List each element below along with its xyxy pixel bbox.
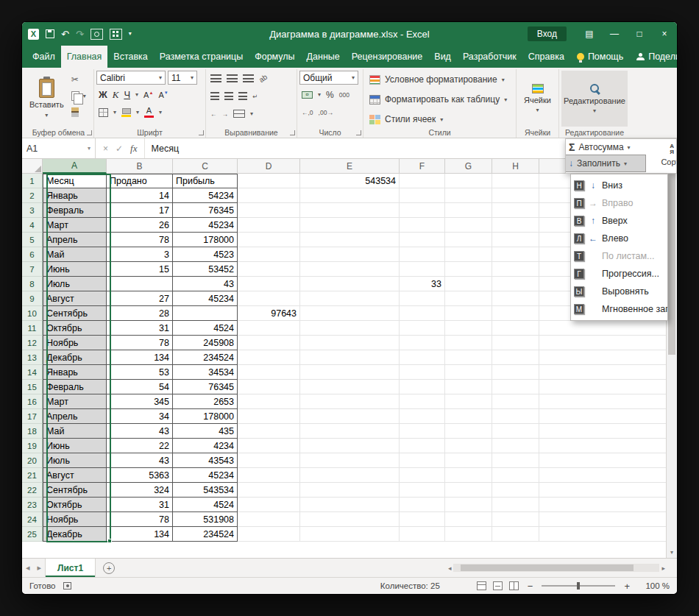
- grid-cell-B2[interactable]: 14: [107, 188, 173, 203]
- grid-cell-G3[interactable]: [445, 203, 492, 218]
- copy-button[interactable]: ▾: [70, 89, 88, 102]
- grid-cell-A10[interactable]: Сентябрь: [43, 306, 107, 321]
- grid-cell-B8[interactable]: [107, 277, 173, 291]
- cut-button[interactable]: ✂: [70, 73, 88, 86]
- grid-cell-A14[interactable]: Январь: [43, 365, 107, 380]
- align-bottom-icon[interactable]: [243, 74, 254, 82]
- grid-cell-E17[interactable]: [300, 409, 400, 424]
- row-header-4[interactable]: 4: [22, 218, 43, 233]
- grid-cell-A13[interactable]: Декабрь: [43, 350, 107, 365]
- grid-cell-A15[interactable]: Февраль: [43, 380, 107, 394]
- align-left-icon[interactable]: [210, 92, 219, 100]
- grid-cell-A5[interactable]: Апрель: [43, 233, 107, 247]
- page-break-view-button[interactable]: [509, 581, 519, 590]
- grid-cell-G12[interactable]: [445, 336, 492, 350]
- tab-Данные[interactable]: Данные: [301, 46, 346, 68]
- grid-cell-H9[interactable]: [492, 291, 539, 306]
- zoom-slider[interactable]: [542, 585, 615, 587]
- grid-cell-A21[interactable]: Август: [43, 468, 107, 483]
- tab-Рецензирование[interactable]: Рецензирование: [346, 46, 429, 68]
- decrease-decimal-button[interactable]: ,00→: [319, 109, 333, 116]
- grid-cell-F15[interactable]: [400, 380, 445, 394]
- grid-cell-D12[interactable]: [238, 336, 300, 350]
- grid-cell-C25[interactable]: 234524: [173, 527, 238, 542]
- redo-icon[interactable]: ↷: [76, 29, 84, 39]
- grid-cell-H14[interactable]: [492, 365, 539, 380]
- row-header-22[interactable]: 22: [22, 483, 43, 498]
- dialog-launcher-icon[interactable]: [356, 130, 361, 135]
- grid-cell-B3[interactable]: 17: [107, 203, 173, 218]
- ribbon-display-options-button[interactable]: ▤: [577, 22, 602, 46]
- row-header-1[interactable]: 1: [22, 174, 43, 188]
- tab-Разметка страницы[interactable]: Разметка страницы: [154, 46, 249, 68]
- column-header-A[interactable]: A: [43, 159, 107, 174]
- grid-cell-D13[interactable]: [238, 350, 300, 365]
- grid-cell-B20[interactable]: 43: [107, 453, 173, 468]
- grid-cell-B16[interactable]: 345: [107, 394, 173, 409]
- grid-cell-G18[interactable]: [445, 424, 492, 439]
- tab-Файл[interactable]: Файл: [26, 46, 61, 68]
- grid-cell-A11[interactable]: Октябрь: [43, 321, 107, 336]
- tab-Разработчик[interactable]: Разработчик: [457, 46, 522, 68]
- grid-cell-G13[interactable]: [445, 350, 492, 365]
- grid-cell-A16[interactable]: Март: [43, 394, 107, 409]
- zoom-slider-thumb[interactable]: [577, 582, 580, 590]
- scroll-down-icon[interactable]: ▾: [667, 547, 677, 558]
- fill-menu-item-Вниз[interactable]: Н↓Вниз: [571, 177, 667, 194]
- row-header-11[interactable]: 11: [22, 321, 43, 336]
- grid-cell-E14[interactable]: [300, 365, 400, 380]
- grid-cell-B1[interactable]: Продано: [107, 174, 173, 188]
- font-color-button[interactable]: А: [144, 107, 154, 118]
- grid-cell-F23[interactable]: [400, 498, 445, 512]
- grid-cell-C13[interactable]: 234524: [173, 350, 238, 365]
- grid-cell-B6[interactable]: 3: [107, 247, 173, 262]
- enter-icon[interactable]: ✓: [116, 144, 123, 154]
- fill-menu-item-Выровнять[interactable]: ЫВыровнять: [571, 283, 667, 300]
- row-header-9[interactable]: 9: [22, 291, 43, 306]
- row-header-25[interactable]: 25: [22, 527, 43, 542]
- hscroll-track[interactable]: [453, 564, 659, 572]
- grid-cell-D11[interactable]: [238, 321, 300, 336]
- sheet-nav-right-icon[interactable]: ▸: [34, 559, 46, 577]
- grid-cell-F24[interactable]: [400, 512, 445, 527]
- row-header-13[interactable]: 13: [22, 350, 43, 365]
- grid-cell-H13[interactable]: [492, 350, 539, 365]
- wrap-text-icon[interactable]: ↵: [252, 93, 258, 100]
- grid-cell-D8[interactable]: [238, 277, 300, 291]
- row-header-5[interactable]: 5: [22, 233, 43, 247]
- grid-cell-E3[interactable]: [300, 203, 400, 218]
- grid-cell-D23[interactable]: [238, 498, 300, 512]
- grid-cell-C15[interactable]: 76345: [173, 380, 238, 394]
- grid-cell-F20[interactable]: [400, 453, 445, 468]
- grid-cell-F10[interactable]: [400, 306, 445, 321]
- grid-cell-G4[interactable]: [445, 218, 492, 233]
- align-top-icon[interactable]: [210, 74, 221, 82]
- fill-menu-item-Мгновенное заполнение[interactable]: ММгновенное заполнение: [571, 300, 667, 318]
- grid-cell-F2[interactable]: [400, 188, 445, 203]
- grid-cell-C21[interactable]: 45234: [173, 468, 238, 483]
- grid-cell-A9[interactable]: Август: [43, 291, 107, 306]
- grid-cell-B11[interactable]: 31: [107, 321, 173, 336]
- zoom-in-button[interactable]: +: [622, 581, 631, 592]
- grid-cell-H4[interactable]: [492, 218, 539, 233]
- grid-cell-E21[interactable]: [300, 468, 400, 483]
- row-header-16[interactable]: 16: [22, 394, 43, 409]
- grid-cell-B22[interactable]: 324: [107, 483, 173, 498]
- grid-cell-D3[interactable]: [238, 203, 300, 218]
- grid-cell-E7[interactable]: [300, 262, 400, 277]
- grid-cell-F6[interactable]: [400, 247, 445, 262]
- column-header-G[interactable]: G: [445, 159, 492, 174]
- number-format-combo[interactable]: Общий ▾: [299, 71, 358, 85]
- grid-cell-F8[interactable]: 33: [400, 277, 445, 291]
- row-header-14[interactable]: 14: [22, 365, 43, 380]
- select-all-corner[interactable]: [22, 159, 43, 174]
- grid-cell-A8[interactable]: Июль: [43, 277, 107, 291]
- grid-cell-E1[interactable]: 543534: [300, 174, 400, 188]
- column-header-C[interactable]: C: [173, 159, 238, 174]
- hscroll-right-icon[interactable]: ▸: [661, 564, 665, 572]
- grid-cell-H16[interactable]: [492, 394, 539, 409]
- grid-cell-D16[interactable]: [238, 394, 300, 409]
- tab-Главная[interactable]: Главная: [61, 46, 108, 68]
- grid-cell-B5[interactable]: 78: [107, 233, 173, 247]
- fill-menu-item-Прогрессия...[interactable]: ГПрогрессия...: [571, 265, 667, 283]
